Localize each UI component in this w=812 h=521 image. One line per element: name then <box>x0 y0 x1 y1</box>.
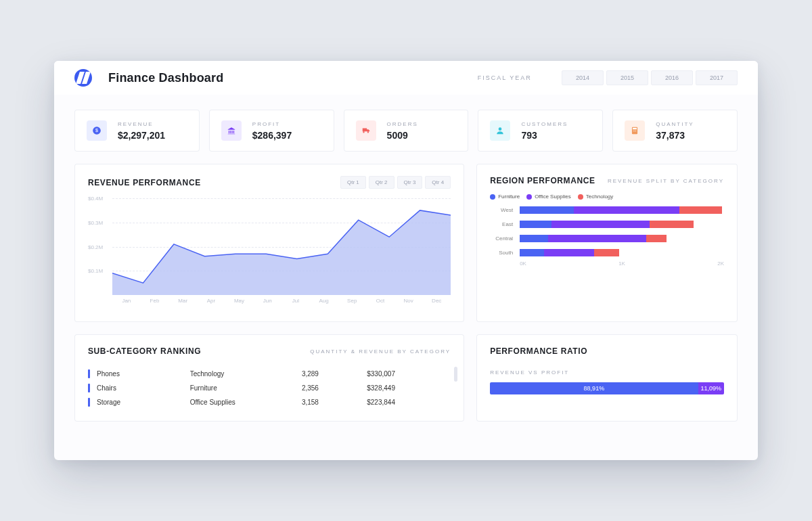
tab-qtr2[interactable]: Qtr 2 <box>369 176 394 189</box>
perf-card-title: PERFORMANCE RATIO <box>490 346 587 356</box>
x-tick: Nov <box>394 298 423 310</box>
tab-qtr3[interactable]: Qtr 3 <box>397 176 423 189</box>
kpi-revenue[interactable]: $REVENUE$2,297,201 <box>74 110 200 152</box>
bar-track <box>520 249 724 256</box>
kpi-row: $REVENUE$2,297,201PROFIT$286,397ORDERS50… <box>74 110 738 152</box>
app-window: Finance Dashboard FISCAL YEAR 2014 2015 … <box>54 61 758 460</box>
svg-point-5 <box>633 131 634 131</box>
bar-segment <box>544 249 594 256</box>
bar-row: West <box>490 206 724 214</box>
bar-segment <box>594 249 618 256</box>
x-tick: May <box>225 298 254 310</box>
revenue-area-chart: $0.1M$0.2M$0.3M$0.4M JanFebMarAprMayJunJ… <box>88 198 451 310</box>
bar-row: Central <box>490 235 724 242</box>
quarter-tabs: Qtr 1 Qtr 2 Qtr 3 Qtr 4 <box>340 176 451 189</box>
kpi-orders[interactable]: ORDERS5009 <box>344 110 469 152</box>
x-tick: Mar <box>168 298 197 310</box>
x-tick: Jan <box>112 298 141 310</box>
bar-label: South <box>490 250 513 256</box>
y-tick: $0.2M <box>88 244 103 250</box>
bar-track <box>520 206 724 214</box>
bar-segment <box>548 235 646 242</box>
tab-qtr4[interactable]: Qtr 4 <box>425 176 451 189</box>
cell-qty: 3,158 <box>302 399 367 406</box>
row-marker-icon <box>88 398 90 407</box>
brand-logo-icon <box>74 69 92 87</box>
cell-qty: 2,356 <box>302 384 367 392</box>
cell-revenue: $330,007 <box>367 370 451 378</box>
x-tick: Feb <box>141 298 169 310</box>
scrollbar-thumb[interactable] <box>454 367 457 382</box>
y-tick: $0.1M <box>88 268 103 274</box>
bar-segment <box>574 206 679 214</box>
card-performance-ratio: PERFORMANCE RATIO REVENUE VS PROFIT 88,9… <box>476 334 738 422</box>
kpi-value: 37,873 <box>656 130 694 141</box>
legend-swatch-icon <box>490 194 495 200</box>
subcat-table: PhonesTechnology3,289$330,007ChairsFurni… <box>88 367 451 409</box>
card-subcategory-ranking: SUB-CATEGORY RANKING QUANTITY & REVENUE … <box>74 334 464 422</box>
y-tick: $0.3M <box>88 220 103 226</box>
tab-year-2015[interactable]: 2015 <box>606 70 648 85</box>
region-x-axis: 0K1K2K <box>490 260 724 267</box>
legend-item: Furniture <box>490 194 520 200</box>
region-card-subtitle: REVENUE SPLIT BY CATEGORY <box>608 178 724 184</box>
perf-ratio-label: REVENUE VS PROFIT <box>490 369 724 376</box>
kpi-label: PROFIT <box>252 121 292 127</box>
bar-segment <box>520 235 548 242</box>
perf-ratio-bar: 88,91%11,09% <box>490 382 724 394</box>
bar-track <box>520 235 724 242</box>
bar-segment <box>646 235 667 242</box>
fiscal-year-tabs: 2014 2015 2016 2017 <box>562 70 738 85</box>
ratio-segment: 88,91% <box>490 382 698 394</box>
bank-icon <box>221 120 242 141</box>
kpi-value: 793 <box>521 130 568 141</box>
kpi-customers[interactable]: CUSTOMERS793 <box>478 110 603 152</box>
bar-segment <box>520 221 551 228</box>
cell-category: Technology <box>190 370 302 378</box>
svg-point-2 <box>499 127 502 131</box>
row-marker-icon <box>88 384 90 392</box>
bar-segment <box>650 221 694 228</box>
truck-icon <box>356 120 376 141</box>
bar-label: West <box>490 207 513 213</box>
kpi-profit[interactable]: PROFIT$286,397 <box>209 110 334 152</box>
bar-row: South <box>490 249 724 256</box>
dollar-icon: $ <box>87 120 107 141</box>
legend-label: Office Supplies <box>535 194 571 200</box>
x-tick: 1K <box>618 260 625 267</box>
table-row[interactable]: ChairsFurniture2,356$328,449 <box>88 381 451 395</box>
cell-qty: 3,289 <box>302 370 367 378</box>
region-legend: FurnitureOffice SuppliesTechnology <box>490 194 724 200</box>
card-region-performance: REGION PERFORMANCE REVENUE SPLIT BY CATE… <box>476 164 738 322</box>
region-bars: WestEastCentralSouth <box>490 206 724 256</box>
cell-category: Office Supplies <box>190 399 302 406</box>
legend-label: Furniture <box>498 194 520 200</box>
tab-year-2014[interactable]: 2014 <box>562 70 604 85</box>
kpi-label: ORDERS <box>387 121 418 127</box>
legend-swatch-icon <box>526 194 532 200</box>
row-charts: REVENUE PERFORMANCE Qtr 1 Qtr 2 Qtr 3 Qt… <box>74 164 738 322</box>
kpi-quantity[interactable]: QUANTITY37,873 <box>612 110 738 152</box>
svg-text:$: $ <box>95 128 98 133</box>
row-marker-icon <box>88 369 90 378</box>
tab-year-2017[interactable]: 2017 <box>696 70 738 85</box>
bar-track <box>520 221 724 228</box>
subcat-card-title: SUB-CATEGORY RANKING <box>88 346 201 356</box>
table-row[interactable]: StorageOffice Supplies3,158$223,844 <box>88 395 451 409</box>
legend-swatch-icon <box>578 194 583 200</box>
legend-label: Technology <box>586 194 613 200</box>
x-tick: Jun <box>253 298 281 310</box>
kpi-value: $2,297,201 <box>118 130 165 141</box>
subcat-card-subtitle: QUANTITY & REVENUE BY CATEGORY <box>310 348 451 355</box>
cell-name: Storage <box>97 399 190 406</box>
tab-qtr1[interactable]: Qtr 1 <box>340 176 366 189</box>
legend-item: Technology <box>578 194 613 200</box>
y-tick: $0.4M <box>88 196 103 202</box>
tab-year-2016[interactable]: 2016 <box>651 70 693 85</box>
card-revenue-performance: REVENUE PERFORMANCE Qtr 1 Qtr 2 Qtr 3 Qt… <box>74 164 464 322</box>
svg-point-6 <box>635 131 635 131</box>
person-icon <box>490 120 510 141</box>
x-tick: 2K <box>717 260 724 267</box>
table-row[interactable]: PhonesTechnology3,289$330,007 <box>88 367 451 381</box>
bar-segment <box>520 206 574 214</box>
